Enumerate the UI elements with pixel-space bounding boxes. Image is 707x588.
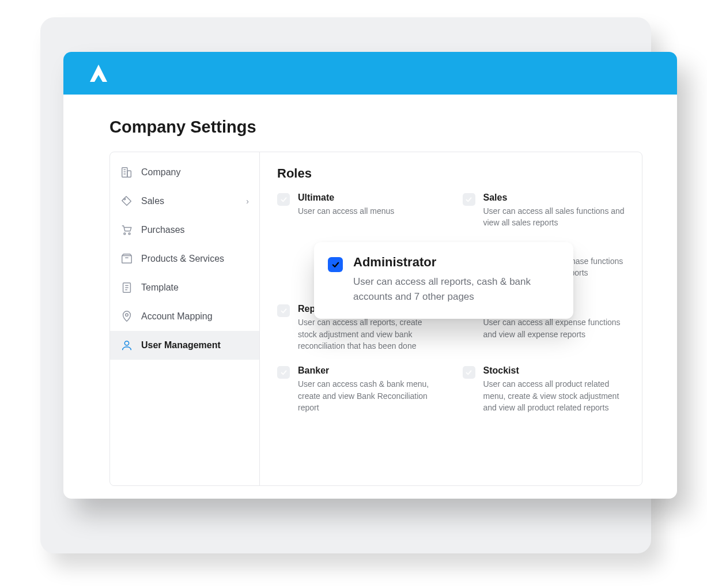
sidebar-item-label: User Management xyxy=(141,340,221,350)
role-desc: User can access all reports, cash & bank… xyxy=(353,274,558,304)
role-name: Stockist xyxy=(483,365,625,376)
user-icon xyxy=(120,339,133,352)
role-desc: User can access all reports, create stoc… xyxy=(298,316,440,352)
section-title: Roles xyxy=(277,166,625,181)
sidebar-item-label: Sales xyxy=(141,196,164,206)
checkbox-icon[interactable] xyxy=(463,193,475,206)
roles-panel: Roles Ultimate User can access all menus xyxy=(260,152,642,485)
checkbox-checked-icon[interactable] xyxy=(328,257,343,272)
page-title: Company Settings xyxy=(109,118,642,137)
checkbox-icon[interactable] xyxy=(277,366,290,379)
box-icon xyxy=(120,252,133,265)
role-name: Sales xyxy=(483,193,625,203)
role-option-banker[interactable]: Banker User can access cash & bank menu,… xyxy=(277,365,440,413)
checkbox-icon[interactable] xyxy=(277,193,290,206)
sidebar-item-label: Account Mapping xyxy=(141,311,213,322)
role-option-ultimate[interactable]: Ultimate User can access all menus xyxy=(277,193,440,229)
sidebar-item-label: Company xyxy=(141,167,180,178)
role-option-stockist[interactable]: Stockist User can access all product rel… xyxy=(463,365,625,413)
role-desc: User can access all product related menu… xyxy=(483,378,625,413)
sidebar-item-template[interactable]: Template xyxy=(110,273,259,302)
logo-icon xyxy=(85,60,112,86)
role-desc: User can access all menus xyxy=(298,205,394,217)
selected-role-card[interactable]: Administrator User can access all report… xyxy=(314,242,573,319)
role-desc: User can access all expense functions an… xyxy=(483,316,625,340)
role-desc: User can access all sales functions and … xyxy=(483,205,625,229)
role-name: Administrator xyxy=(353,255,558,270)
sidebar-item-label: Purchases xyxy=(141,225,185,235)
topbar xyxy=(63,52,677,95)
checkbox-icon[interactable] xyxy=(463,366,475,379)
sidebar-item-label: Template xyxy=(141,282,179,293)
role-name: Ultimate xyxy=(298,193,394,203)
cart-icon xyxy=(120,224,133,236)
tag-icon xyxy=(120,195,133,208)
settings-panel: Company Sales › Purchases Products & Ser… xyxy=(109,152,642,486)
chevron-right-icon: › xyxy=(246,197,249,206)
role-desc: User can access cash & bank menu, create… xyxy=(298,378,440,413)
role-name: Banker xyxy=(298,365,440,376)
pin-icon xyxy=(120,310,133,323)
sidebar-item-label: Products & Services xyxy=(141,254,224,264)
building-icon xyxy=(120,166,133,179)
role-option-sales[interactable]: Sales User can access all sales function… xyxy=(463,193,625,229)
sidebar-item-user-management[interactable]: User Management xyxy=(110,331,259,360)
sidebar-item-purchases[interactable]: Purchases xyxy=(110,216,259,244)
sidebar-item-sales[interactable]: Sales › xyxy=(110,187,259,216)
checkbox-icon[interactable] xyxy=(277,304,290,317)
sidebar-item-products-services[interactable]: Products & Services xyxy=(110,244,259,273)
sidebar-item-account-mapping[interactable]: Account Mapping xyxy=(110,302,259,331)
document-icon xyxy=(120,281,133,294)
sidebar-item-company[interactable]: Company xyxy=(110,158,259,187)
settings-sidebar: Company Sales › Purchases Products & Ser… xyxy=(110,152,260,485)
